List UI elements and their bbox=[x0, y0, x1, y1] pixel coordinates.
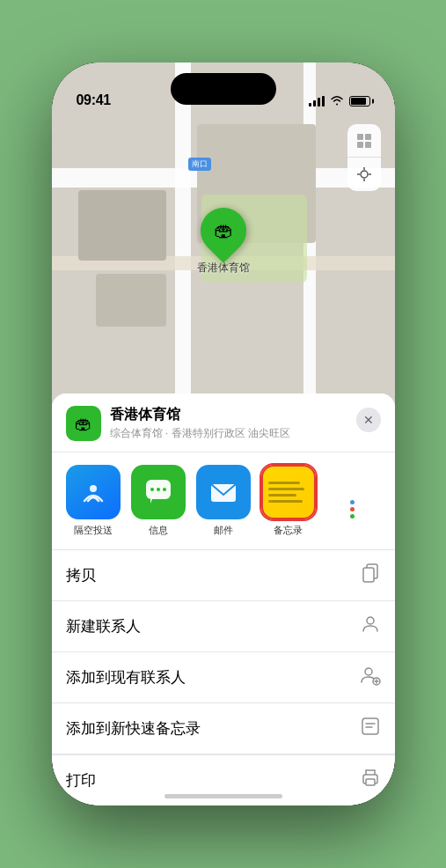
action-copy-label: 拷贝 bbox=[66, 565, 96, 585]
svg-rect-27 bbox=[366, 779, 375, 785]
notes-line-3 bbox=[268, 494, 296, 497]
svg-rect-1 bbox=[365, 134, 371, 140]
svg-rect-17 bbox=[363, 568, 374, 582]
airdrop-label: 隔空投送 bbox=[74, 524, 113, 537]
dynamic-island bbox=[171, 73, 276, 105]
quick-note-icon bbox=[360, 716, 381, 741]
mail-icon bbox=[196, 465, 251, 519]
app-item-more[interactable] bbox=[326, 465, 379, 537]
phone-frame: 09:41 bbox=[52, 63, 395, 805]
notes-lines-decoration bbox=[263, 474, 314, 510]
more-dot-1 bbox=[350, 500, 355, 504]
map-area[interactable]: 南口 🏟 香港体育馆 bbox=[52, 63, 395, 441]
marker-stadium-icon: 🏟 bbox=[214, 219, 233, 242]
action-row-add-contact[interactable]: 添加到现有联系人 bbox=[52, 652, 395, 703]
map-controls bbox=[347, 124, 381, 191]
svg-rect-2 bbox=[357, 142, 363, 148]
more-dot-3 bbox=[350, 514, 355, 519]
stadium-marker[interactable]: 🏟 香港体育馆 bbox=[197, 208, 250, 276]
notes-line-1 bbox=[268, 482, 301, 484]
svg-rect-3 bbox=[365, 142, 371, 148]
map-entrance-label: 南口 bbox=[188, 158, 211, 171]
share-apps-row: 隔空投送 信息 bbox=[52, 452, 395, 550]
print-icon bbox=[360, 768, 381, 793]
action-rows: 拷贝 新建联系人 bbox=[52, 550, 395, 805]
location-button[interactable] bbox=[347, 158, 381, 191]
airdrop-icon bbox=[66, 465, 121, 519]
signal-bar-2 bbox=[313, 100, 316, 107]
action-print-label: 打印 bbox=[66, 770, 96, 791]
action-row-quick-note[interactable]: 添加到新快速备忘录 bbox=[52, 703, 395, 754]
notes-label: 备忘录 bbox=[274, 524, 303, 537]
map-road-vertical-1 bbox=[175, 63, 191, 441]
action-row-new-contact[interactable]: 新建联系人 bbox=[52, 601, 395, 652]
marker-pin: 🏟 bbox=[191, 198, 256, 263]
svg-point-4 bbox=[361, 171, 368, 178]
place-icon: 🏟 bbox=[66, 406, 101, 441]
home-indicator bbox=[165, 794, 282, 798]
bottom-sheet: 🏟 香港体育馆 综合体育馆 · 香港特别行政区 油尖旺区 ✕ bbox=[52, 394, 395, 805]
svg-point-13 bbox=[157, 488, 160, 491]
svg-point-9 bbox=[90, 485, 97, 492]
new-contact-icon bbox=[360, 614, 381, 639]
app-item-airdrop[interactable]: 隔空投送 bbox=[66, 465, 121, 537]
app-item-mail[interactable]: 邮件 bbox=[196, 465, 251, 537]
app-item-notes[interactable]: 备忘录 bbox=[261, 465, 316, 537]
place-card: 🏟 香港体育馆 综合体育馆 · 香港特别行政区 油尖旺区 ✕ bbox=[52, 394, 395, 452]
place-info: 香港体育馆 综合体育馆 · 香港特别行政区 油尖旺区 bbox=[110, 406, 290, 441]
battery-fill bbox=[351, 98, 366, 105]
mail-label: 邮件 bbox=[214, 524, 233, 537]
signal-bar-4 bbox=[322, 96, 325, 107]
app-item-messages[interactable]: 信息 bbox=[131, 465, 186, 537]
messages-label: 信息 bbox=[149, 524, 168, 537]
battery-icon bbox=[349, 96, 370, 107]
map-block-3 bbox=[96, 274, 166, 327]
more-dot-2 bbox=[350, 507, 355, 511]
svg-point-18 bbox=[367, 617, 374, 624]
notes-icon bbox=[261, 465, 316, 519]
action-new-contact-label: 新建联系人 bbox=[66, 616, 141, 636]
action-add-contact-label: 添加到现有联系人 bbox=[66, 667, 186, 688]
more-indicator bbox=[350, 500, 355, 519]
signal-bar-3 bbox=[318, 98, 320, 107]
wifi-icon bbox=[330, 94, 344, 108]
messages-icon bbox=[131, 465, 186, 519]
action-quick-note-label: 添加到新快速备忘录 bbox=[66, 718, 201, 739]
add-contact-icon bbox=[360, 665, 381, 690]
signal-bar-1 bbox=[309, 103, 311, 107]
status-icons bbox=[309, 94, 370, 108]
svg-point-14 bbox=[163, 488, 166, 491]
phone-screen: 09:41 bbox=[52, 63, 395, 805]
svg-point-12 bbox=[150, 488, 154, 491]
copy-icon bbox=[360, 563, 381, 588]
signal-bars-icon bbox=[309, 96, 325, 107]
place-name: 香港体育馆 bbox=[110, 406, 290, 424]
svg-point-19 bbox=[365, 668, 372, 675]
place-subtitle: 综合体育馆 · 香港特别行政区 油尖旺区 bbox=[110, 426, 290, 441]
status-time: 09:41 bbox=[77, 92, 111, 108]
svg-rect-0 bbox=[357, 134, 363, 140]
place-card-left: 🏟 香港体育馆 综合体育馆 · 香港特别行政区 油尖旺区 bbox=[66, 406, 290, 441]
map-type-button[interactable] bbox=[347, 124, 381, 158]
map-block-2 bbox=[78, 190, 166, 261]
notes-line-4 bbox=[268, 500, 303, 503]
svg-rect-23 bbox=[362, 718, 378, 734]
notes-line-2 bbox=[268, 488, 304, 490]
map-entrance-tag: 南口 bbox=[188, 158, 211, 171]
action-row-copy[interactable]: 拷贝 bbox=[52, 550, 395, 601]
close-button[interactable]: ✕ bbox=[356, 408, 381, 432]
